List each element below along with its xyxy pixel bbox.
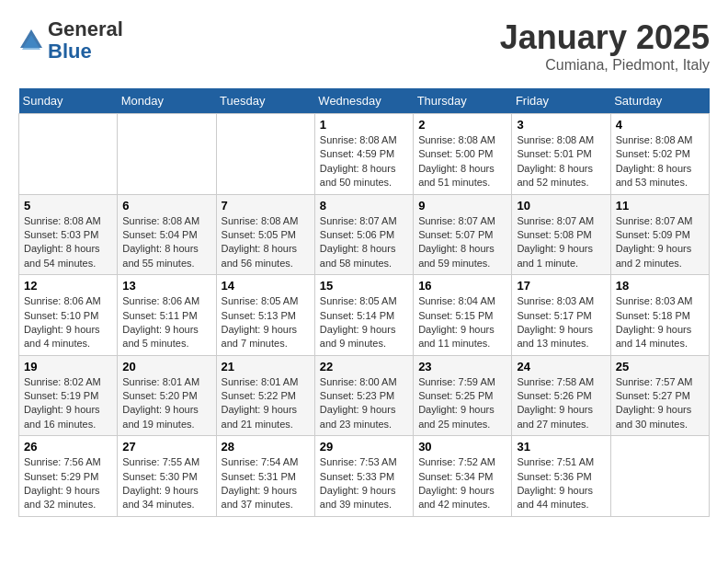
day-info: Sunrise: 8:07 AM Sunset: 5:08 PM Dayligh… bbox=[517, 214, 605, 271]
week-row-4: 19Sunrise: 8:02 AM Sunset: 5:19 PM Dayli… bbox=[19, 355, 710, 436]
day-number: 1 bbox=[320, 118, 408, 132]
day-info: Sunrise: 8:04 AM Sunset: 5:15 PM Dayligh… bbox=[418, 294, 506, 351]
header-wednesday: Wednesday bbox=[314, 88, 413, 114]
day-info: Sunrise: 8:07 AM Sunset: 5:06 PM Dayligh… bbox=[320, 214, 408, 271]
day-info: Sunrise: 8:07 AM Sunset: 5:09 PM Dayligh… bbox=[616, 214, 704, 271]
day-info: Sunrise: 8:06 AM Sunset: 5:10 PM Dayligh… bbox=[24, 294, 112, 351]
week-row-1: 1Sunrise: 8:08 AM Sunset: 4:59 PM Daylig… bbox=[19, 114, 710, 195]
day-cell: 27Sunrise: 7:55 AM Sunset: 5:30 PM Dayli… bbox=[118, 436, 216, 517]
day-number: 11 bbox=[616, 199, 704, 213]
day-cell: 4Sunrise: 8:08 AM Sunset: 5:02 PM Daylig… bbox=[610, 114, 709, 195]
day-cell: 17Sunrise: 8:03 AM Sunset: 5:17 PM Dayli… bbox=[512, 275, 610, 356]
day-cell: 16Sunrise: 8:04 AM Sunset: 5:15 PM Dayli… bbox=[414, 275, 512, 356]
week-row-2: 5Sunrise: 8:08 AM Sunset: 5:03 PM Daylig… bbox=[19, 194, 710, 275]
day-cell: 18Sunrise: 8:03 AM Sunset: 5:18 PM Dayli… bbox=[610, 275, 709, 356]
title-block: January 2025 Cumiana, Piedmont, Italy bbox=[500, 18, 710, 74]
day-number: 25 bbox=[616, 360, 704, 373]
day-number: 29 bbox=[320, 440, 408, 454]
day-cell: 25Sunrise: 7:57 AM Sunset: 5:27 PM Dayli… bbox=[610, 355, 709, 436]
day-info: Sunrise: 8:08 AM Sunset: 4:59 PM Dayligh… bbox=[320, 133, 408, 190]
day-info: Sunrise: 8:03 AM Sunset: 5:18 PM Dayligh… bbox=[616, 294, 704, 351]
day-cell: 2Sunrise: 8:08 AM Sunset: 5:00 PM Daylig… bbox=[414, 114, 512, 195]
day-info: Sunrise: 7:52 AM Sunset: 5:34 PM Dayligh… bbox=[418, 455, 506, 512]
day-number: 22 bbox=[320, 360, 408, 373]
day-cell: 10Sunrise: 8:07 AM Sunset: 5:08 PM Dayli… bbox=[512, 194, 610, 275]
day-cell: 1Sunrise: 8:08 AM Sunset: 4:59 PM Daylig… bbox=[314, 114, 413, 195]
header-friday: Friday bbox=[512, 88, 610, 114]
day-info: Sunrise: 8:00 AM Sunset: 5:23 PM Dayligh… bbox=[320, 375, 408, 432]
day-info: Sunrise: 7:55 AM Sunset: 5:30 PM Dayligh… bbox=[122, 455, 210, 512]
day-number: 8 bbox=[320, 199, 408, 213]
day-cell: 7Sunrise: 8:08 AM Sunset: 5:05 PM Daylig… bbox=[216, 194, 314, 275]
week-row-3: 12Sunrise: 8:06 AM Sunset: 5:10 PM Dayli… bbox=[19, 275, 710, 356]
day-cell: 12Sunrise: 8:06 AM Sunset: 5:10 PM Dayli… bbox=[19, 275, 118, 356]
logo-icon bbox=[18, 28, 44, 53]
day-number: 19 bbox=[24, 360, 112, 373]
day-info: Sunrise: 7:53 AM Sunset: 5:33 PM Dayligh… bbox=[320, 455, 408, 512]
day-info: Sunrise: 8:08 AM Sunset: 5:05 PM Dayligh… bbox=[222, 214, 310, 271]
day-number: 28 bbox=[222, 440, 310, 454]
day-cell: 21Sunrise: 8:01 AM Sunset: 5:22 PM Dayli… bbox=[216, 355, 314, 436]
day-number: 10 bbox=[517, 199, 605, 213]
day-number: 16 bbox=[418, 279, 506, 293]
day-cell: 30Sunrise: 7:52 AM Sunset: 5:34 PM Dayli… bbox=[414, 436, 512, 517]
logo-general-text: General bbox=[48, 17, 123, 40]
day-number: 6 bbox=[122, 199, 210, 213]
day-number: 4 bbox=[616, 118, 704, 132]
week-row-5: 26Sunrise: 7:56 AM Sunset: 5:29 PM Dayli… bbox=[19, 436, 710, 517]
day-cell: 24Sunrise: 7:58 AM Sunset: 5:26 PM Dayli… bbox=[512, 355, 610, 436]
calendar-body: 1Sunrise: 8:08 AM Sunset: 4:59 PM Daylig… bbox=[19, 114, 710, 517]
day-info: Sunrise: 8:08 AM Sunset: 5:02 PM Dayligh… bbox=[616, 133, 704, 190]
day-cell: 19Sunrise: 8:02 AM Sunset: 5:19 PM Dayli… bbox=[19, 355, 118, 436]
day-info: Sunrise: 8:01 AM Sunset: 5:20 PM Dayligh… bbox=[122, 375, 210, 432]
day-info: Sunrise: 8:01 AM Sunset: 5:22 PM Dayligh… bbox=[222, 375, 310, 432]
day-cell bbox=[610, 436, 709, 517]
day-info: Sunrise: 8:06 AM Sunset: 5:11 PM Dayligh… bbox=[122, 294, 210, 351]
day-info: Sunrise: 8:08 AM Sunset: 5:03 PM Dayligh… bbox=[24, 214, 112, 271]
header-saturday: Saturday bbox=[610, 88, 709, 114]
day-number: 12 bbox=[24, 279, 112, 293]
day-number: 18 bbox=[616, 279, 704, 293]
day-cell: 9Sunrise: 8:07 AM Sunset: 5:07 PM Daylig… bbox=[414, 194, 512, 275]
day-info: Sunrise: 7:51 AM Sunset: 5:36 PM Dayligh… bbox=[517, 455, 605, 512]
day-cell bbox=[118, 114, 216, 195]
day-info: Sunrise: 8:05 AM Sunset: 5:14 PM Dayligh… bbox=[320, 294, 408, 351]
day-cell: 23Sunrise: 7:59 AM Sunset: 5:25 PM Dayli… bbox=[414, 355, 512, 436]
day-number: 27 bbox=[122, 440, 210, 454]
header-row: SundayMondayTuesdayWednesdayThursdayFrid… bbox=[19, 88, 710, 114]
day-cell: 31Sunrise: 7:51 AM Sunset: 5:36 PM Dayli… bbox=[512, 436, 610, 517]
day-number: 3 bbox=[517, 118, 605, 132]
day-cell: 8Sunrise: 8:07 AM Sunset: 5:06 PM Daylig… bbox=[314, 194, 413, 275]
header-thursday: Thursday bbox=[414, 88, 512, 114]
day-number: 26 bbox=[24, 440, 112, 454]
day-number: 31 bbox=[517, 440, 605, 454]
day-info: Sunrise: 8:02 AM Sunset: 5:19 PM Dayligh… bbox=[24, 375, 112, 432]
day-cell: 6Sunrise: 8:08 AM Sunset: 5:04 PM Daylig… bbox=[118, 194, 216, 275]
logo-blue-text: Blue bbox=[48, 40, 92, 63]
day-cell: 22Sunrise: 8:00 AM Sunset: 5:23 PM Dayli… bbox=[314, 355, 413, 436]
day-cell: 20Sunrise: 8:01 AM Sunset: 5:20 PM Dayli… bbox=[118, 355, 216, 436]
page-header: General Blue January 2025 Cumiana, Piedm… bbox=[18, 18, 710, 74]
day-cell: 29Sunrise: 7:53 AM Sunset: 5:33 PM Dayli… bbox=[314, 436, 413, 517]
day-cell bbox=[19, 114, 118, 195]
day-info: Sunrise: 8:08 AM Sunset: 5:01 PM Dayligh… bbox=[517, 133, 605, 190]
day-cell: 3Sunrise: 8:08 AM Sunset: 5:01 PM Daylig… bbox=[512, 114, 610, 195]
logo: General Blue bbox=[18, 18, 123, 63]
day-cell bbox=[216, 114, 314, 195]
day-info: Sunrise: 8:03 AM Sunset: 5:17 PM Dayligh… bbox=[517, 294, 605, 351]
day-number: 24 bbox=[517, 360, 605, 373]
day-number: 21 bbox=[222, 360, 310, 373]
day-number: 5 bbox=[24, 199, 112, 213]
day-number: 14 bbox=[222, 279, 310, 293]
day-info: Sunrise: 7:57 AM Sunset: 5:27 PM Dayligh… bbox=[616, 375, 704, 432]
day-info: Sunrise: 7:56 AM Sunset: 5:29 PM Dayligh… bbox=[24, 455, 112, 512]
day-cell: 28Sunrise: 7:54 AM Sunset: 5:31 PM Dayli… bbox=[216, 436, 314, 517]
location-text: Cumiana, Piedmont, Italy bbox=[500, 57, 710, 74]
day-info: Sunrise: 7:59 AM Sunset: 5:25 PM Dayligh… bbox=[418, 375, 506, 432]
day-number: 7 bbox=[222, 199, 310, 213]
day-info: Sunrise: 8:08 AM Sunset: 5:04 PM Dayligh… bbox=[122, 214, 210, 271]
day-number: 13 bbox=[122, 279, 210, 293]
header-monday: Monday bbox=[118, 88, 216, 114]
header-sunday: Sunday bbox=[19, 88, 118, 114]
day-cell: 14Sunrise: 8:05 AM Sunset: 5:13 PM Dayli… bbox=[216, 275, 314, 356]
